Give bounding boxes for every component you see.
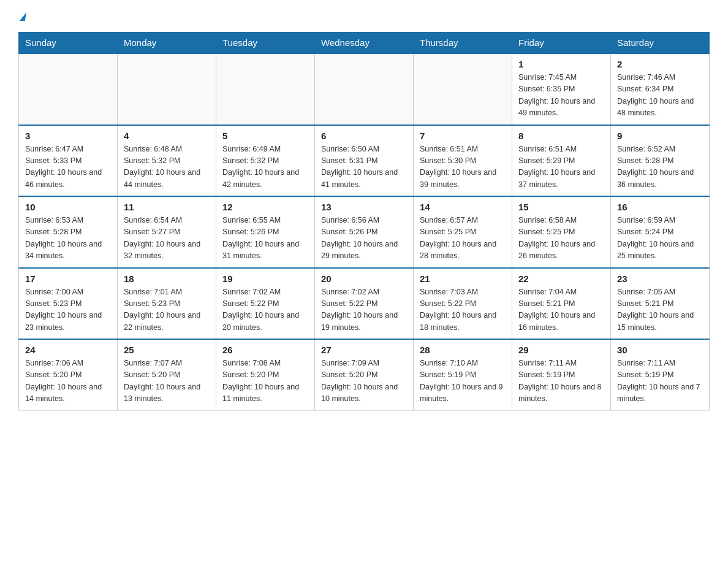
sun-info: Sunrise: 6:55 AMSunset: 5:26 PMDaylight:… [222, 215, 308, 262]
day-number: 17 [25, 274, 111, 284]
calendar-week-1: 3Sunrise: 6:47 AMSunset: 5:33 PMDaylight… [19, 125, 710, 197]
day-number: 5 [222, 131, 308, 141]
day-number: 14 [420, 202, 506, 212]
calendar-cell-w4-d1: 25Sunrise: 7:07 AMSunset: 5:20 PMDayligh… [118, 339, 216, 410]
calendar-cell-w1-d4: 7Sunrise: 6:51 AMSunset: 5:30 PMDaylight… [414, 125, 512, 197]
calendar-cell-w1-d3: 6Sunrise: 6:50 AMSunset: 5:31 PMDaylight… [315, 125, 414, 197]
calendar-cell-w0-d1 [118, 53, 216, 125]
calendar-cell-w3-d2: 19Sunrise: 7:02 AMSunset: 5:22 PMDayligh… [216, 268, 315, 340]
weekday-header-thursday: Thursday [414, 33, 512, 54]
logo-icon [20, 12, 26, 21]
sun-info: Sunrise: 7:06 AMSunset: 5:20 PMDaylight:… [25, 358, 111, 405]
calendar-week-0: 1Sunrise: 7:45 AMSunset: 6:35 PMDaylight… [19, 53, 710, 125]
sun-info: Sunrise: 7:07 AMSunset: 5:20 PMDaylight:… [124, 358, 210, 405]
weekday-header-row: SundayMondayTuesdayWednesdayThursdayFrid… [19, 33, 710, 54]
sun-info: Sunrise: 7:45 AMSunset: 6:35 PMDaylight:… [518, 72, 604, 120]
day-number: 12 [222, 202, 308, 212]
day-number: 6 [321, 131, 407, 141]
day-number: 13 [321, 202, 407, 212]
day-number: 4 [124, 131, 210, 141]
day-number: 19 [222, 274, 308, 284]
sun-info: Sunrise: 6:58 AMSunset: 5:25 PMDaylight:… [518, 215, 604, 262]
calendar-cell-w4-d5: 29Sunrise: 7:11 AMSunset: 5:19 PMDayligh… [512, 339, 611, 410]
calendar-cell-w1-d5: 8Sunrise: 6:51 AMSunset: 5:29 PMDaylight… [512, 125, 611, 197]
weekday-header-wednesday: Wednesday [315, 33, 414, 54]
day-number: 25 [124, 345, 210, 355]
day-number: 16 [617, 202, 703, 212]
day-number: 20 [321, 274, 407, 284]
sun-info: Sunrise: 6:59 AMSunset: 5:24 PMDaylight:… [617, 215, 703, 262]
calendar-cell-w0-d0 [19, 53, 118, 125]
sun-info: Sunrise: 6:48 AMSunset: 5:32 PMDaylight:… [124, 144, 210, 191]
calendar-cell-w0-d6: 2Sunrise: 7:46 AMSunset: 6:34 PMDaylight… [611, 53, 710, 125]
day-number: 28 [420, 345, 506, 355]
day-number: 7 [420, 131, 506, 141]
sun-info: Sunrise: 6:51 AMSunset: 5:30 PMDaylight:… [420, 144, 506, 191]
day-number: 18 [124, 274, 210, 284]
day-number: 24 [25, 345, 111, 355]
calendar-cell-w4-d3: 27Sunrise: 7:09 AMSunset: 5:20 PMDayligh… [315, 339, 414, 410]
logo [18, 12, 26, 21]
weekday-header-saturday: Saturday [611, 33, 710, 54]
calendar-cell-w1-d6: 9Sunrise: 6:52 AMSunset: 5:28 PMDaylight… [611, 125, 710, 197]
calendar-cell-w2-d2: 12Sunrise: 6:55 AMSunset: 5:26 PMDayligh… [216, 196, 315, 268]
day-number: 26 [222, 345, 308, 355]
sun-info: Sunrise: 6:47 AMSunset: 5:33 PMDaylight:… [25, 144, 111, 191]
sun-info: Sunrise: 7:09 AMSunset: 5:20 PMDaylight:… [321, 358, 407, 405]
day-number: 15 [518, 202, 604, 212]
sun-info: Sunrise: 6:56 AMSunset: 5:26 PMDaylight:… [321, 215, 407, 262]
day-number: 23 [617, 274, 703, 284]
sun-info: Sunrise: 7:46 AMSunset: 6:34 PMDaylight:… [617, 72, 703, 120]
day-number: 2 [617, 59, 703, 69]
day-number: 29 [518, 345, 604, 355]
calendar-cell-w1-d1: 4Sunrise: 6:48 AMSunset: 5:32 PMDaylight… [118, 125, 216, 197]
calendar-cell-w3-d6: 23Sunrise: 7:05 AMSunset: 5:21 PMDayligh… [611, 268, 710, 340]
sun-info: Sunrise: 7:00 AMSunset: 5:23 PMDaylight:… [25, 286, 111, 334]
calendar-cell-w1-d0: 3Sunrise: 6:47 AMSunset: 5:33 PMDaylight… [19, 125, 118, 197]
day-number: 8 [518, 131, 604, 141]
calendar-table: SundayMondayTuesdayWednesdayThursdayFrid… [18, 32, 710, 411]
day-number: 11 [124, 202, 210, 212]
calendar-cell-w2-d6: 16Sunrise: 6:59 AMSunset: 5:24 PMDayligh… [611, 196, 710, 268]
calendar-cell-w3-d1: 18Sunrise: 7:01 AMSunset: 5:23 PMDayligh… [118, 268, 216, 340]
sun-info: Sunrise: 7:08 AMSunset: 5:20 PMDaylight:… [222, 358, 308, 405]
calendar-cell-w2-d1: 11Sunrise: 6:54 AMSunset: 5:27 PMDayligh… [118, 196, 216, 268]
calendar-cell-w2-d4: 14Sunrise: 6:57 AMSunset: 5:25 PMDayligh… [414, 196, 512, 268]
weekday-header-sunday: Sunday [19, 33, 118, 54]
calendar-cell-w2-d3: 13Sunrise: 6:56 AMSunset: 5:26 PMDayligh… [315, 196, 414, 268]
weekday-header-monday: Monday [118, 33, 216, 54]
calendar-cell-w0-d3 [315, 53, 414, 125]
sun-info: Sunrise: 6:54 AMSunset: 5:27 PMDaylight:… [124, 215, 210, 262]
sun-info: Sunrise: 6:53 AMSunset: 5:28 PMDaylight:… [25, 215, 111, 262]
sun-info: Sunrise: 6:49 AMSunset: 5:32 PMDaylight:… [222, 144, 308, 191]
page-header [18, 12, 710, 21]
day-number: 27 [321, 345, 407, 355]
calendar-week-2: 10Sunrise: 6:53 AMSunset: 5:28 PMDayligh… [19, 196, 710, 268]
sun-info: Sunrise: 6:51 AMSunset: 5:29 PMDaylight:… [518, 144, 604, 191]
calendar-week-3: 17Sunrise: 7:00 AMSunset: 5:23 PMDayligh… [19, 268, 710, 340]
day-number: 10 [25, 202, 111, 212]
calendar-cell-w4-d6: 30Sunrise: 7:11 AMSunset: 5:19 PMDayligh… [611, 339, 710, 410]
calendar-week-4: 24Sunrise: 7:06 AMSunset: 5:20 PMDayligh… [19, 339, 710, 410]
calendar-cell-w0-d5: 1Sunrise: 7:45 AMSunset: 6:35 PMDaylight… [512, 53, 611, 125]
calendar-cell-w3-d3: 20Sunrise: 7:02 AMSunset: 5:22 PMDayligh… [315, 268, 414, 340]
calendar-cell-w3-d0: 17Sunrise: 7:00 AMSunset: 5:23 PMDayligh… [19, 268, 118, 340]
calendar-cell-w2-d5: 15Sunrise: 6:58 AMSunset: 5:25 PMDayligh… [512, 196, 611, 268]
calendar-cell-w0-d2 [216, 53, 315, 125]
sun-info: Sunrise: 7:02 AMSunset: 5:22 PMDaylight:… [222, 286, 308, 334]
sun-info: Sunrise: 7:02 AMSunset: 5:22 PMDaylight:… [321, 286, 407, 334]
calendar-cell-w4-d2: 26Sunrise: 7:08 AMSunset: 5:20 PMDayligh… [216, 339, 315, 410]
calendar-cell-w3-d5: 22Sunrise: 7:04 AMSunset: 5:21 PMDayligh… [512, 268, 611, 340]
sun-info: Sunrise: 6:57 AMSunset: 5:25 PMDaylight:… [420, 215, 506, 262]
calendar-cell-w3-d4: 21Sunrise: 7:03 AMSunset: 5:22 PMDayligh… [414, 268, 512, 340]
day-number: 30 [617, 345, 703, 355]
sun-info: Sunrise: 7:05 AMSunset: 5:21 PMDaylight:… [617, 286, 703, 334]
day-number: 9 [617, 131, 703, 141]
sun-info: Sunrise: 6:52 AMSunset: 5:28 PMDaylight:… [617, 144, 703, 191]
sun-info: Sunrise: 7:03 AMSunset: 5:22 PMDaylight:… [420, 286, 506, 334]
sun-info: Sunrise: 7:04 AMSunset: 5:21 PMDaylight:… [518, 286, 604, 334]
calendar-cell-w4-d4: 28Sunrise: 7:10 AMSunset: 5:19 PMDayligh… [414, 339, 512, 410]
day-number: 22 [518, 274, 604, 284]
day-number: 3 [25, 131, 111, 141]
sun-info: Sunrise: 7:11 AMSunset: 5:19 PMDaylight:… [518, 358, 604, 405]
